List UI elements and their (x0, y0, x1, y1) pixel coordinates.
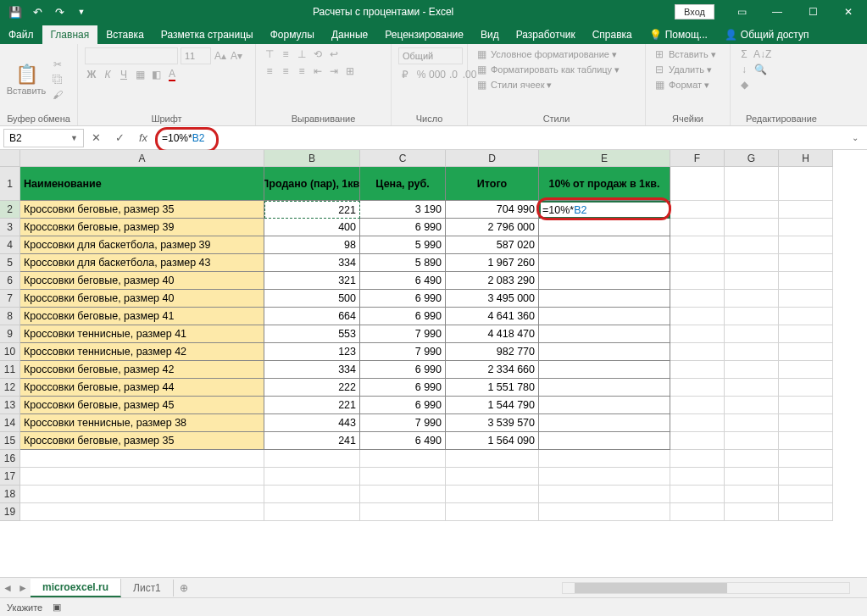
cancel-formula-icon[interactable]: ✕ (84, 129, 108, 147)
cell-A14[interactable]: Кроссовки теннисные, размер 38 (20, 414, 264, 432)
cell-D12[interactable]: 1 551 780 (446, 379, 539, 397)
orientation-icon[interactable]: ⟲ (311, 47, 325, 61)
tab-insert[interactable]: Вставка (97, 25, 153, 44)
cell-H7[interactable] (779, 290, 833, 308)
italic-icon[interactable]: К (101, 68, 114, 81)
cell-B13[interactable]: 221 (264, 397, 360, 414)
cell-C10[interactable]: 7 990 (360, 343, 446, 361)
border-icon[interactable]: ▦ (133, 68, 147, 81)
format-table-button[interactable]: ▦Форматировать как таблицу ▾ (475, 63, 638, 76)
cell-H3[interactable] (779, 219, 833, 236)
cell-G19[interactable] (725, 503, 779, 521)
cell-E14[interactable] (539, 414, 670, 432)
formula-input[interactable]: =10%*B2 (155, 132, 843, 144)
cell-F12[interactable] (670, 379, 725, 397)
cell-D11[interactable]: 2 334 660 (446, 361, 539, 379)
cell-E1[interactable]: 10% от продаж в 1кв. (539, 167, 670, 201)
currency-icon[interactable]: ₽ (398, 68, 412, 81)
cell-B5[interactable]: 334 (264, 254, 360, 272)
row-header-14[interactable]: 14 (0, 414, 20, 432)
font-color-icon[interactable]: A (165, 68, 179, 81)
undo-icon[interactable]: ↶ (27, 2, 47, 22)
cell-F9[interactable] (670, 325, 725, 343)
horizontal-scrollbar[interactable] (194, 582, 867, 594)
select-all-corner[interactable] (0, 150, 20, 167)
cell-H18[interactable] (779, 486, 833, 503)
cell-C17[interactable] (360, 468, 446, 486)
cell-G15[interactable] (725, 432, 779, 450)
sheet-tab-1[interactable]: microexcel.ru (31, 579, 121, 597)
cell-D13[interactable]: 1 544 790 (446, 397, 539, 414)
row-header-15[interactable]: 15 (0, 432, 20, 450)
row-header-11[interactable]: 11 (0, 361, 20, 379)
cell-F17[interactable] (670, 468, 725, 486)
cell-H5[interactable] (779, 254, 833, 272)
cell-C6[interactable]: 6 490 (360, 272, 446, 290)
cell-E10[interactable] (539, 343, 670, 361)
align-left-icon[interactable]: ≡ (263, 64, 276, 78)
cut-icon[interactable]: ✂ (51, 58, 64, 71)
ribbon-options-icon[interactable]: ▭ (725, 0, 759, 24)
col-header-H[interactable]: H (779, 150, 833, 167)
cell-F15[interactable] (670, 432, 725, 450)
conditional-format-button[interactable]: ▦Условное форматирование ▾ (475, 47, 638, 61)
row-header-7[interactable]: 7 (0, 290, 20, 308)
close-icon[interactable]: ✕ (831, 0, 865, 24)
row-header-19[interactable]: 19 (0, 503, 20, 521)
col-header-E[interactable]: E (539, 150, 670, 167)
cell-G7[interactable] (725, 290, 779, 308)
cell-B11[interactable]: 334 (264, 361, 360, 379)
indent-increase-icon[interactable]: ⇥ (327, 64, 341, 78)
increase-font-icon[interactable]: A▴ (214, 49, 227, 63)
cell-G12[interactable] (725, 379, 779, 397)
row-header-13[interactable]: 13 (0, 397, 20, 414)
cell-F3[interactable] (670, 219, 725, 236)
cell-B14[interactable]: 443 (264, 414, 360, 432)
cell-E19[interactable] (539, 503, 670, 521)
login-button[interactable]: Вход (675, 4, 714, 19)
cell-F13[interactable] (670, 397, 725, 414)
minimize-icon[interactable]: — (760, 0, 794, 24)
cell-F19[interactable] (670, 503, 725, 521)
cell-D3[interactable]: 2 796 000 (446, 219, 539, 236)
cell-A10[interactable]: Кроссовки теннисные, размер 42 (20, 343, 264, 361)
qat-customize-icon[interactable]: ▼ (71, 2, 92, 22)
cell-C19[interactable] (360, 503, 446, 521)
cell-A2[interactable]: Кроссовки беговые, размер 35 (20, 201, 264, 219)
cell-D19[interactable] (446, 503, 539, 521)
cell-H2[interactable] (779, 201, 833, 219)
row-header-6[interactable]: 6 (0, 272, 20, 290)
cell-E15[interactable] (539, 432, 670, 450)
cell-D18[interactable] (446, 486, 539, 503)
cell-C5[interactable]: 5 890 (360, 254, 446, 272)
macro-record-icon[interactable]: ▣ (53, 602, 61, 613)
cell-A17[interactable] (20, 468, 264, 486)
sheet-nav-prev-icon[interactable]: ◄ (0, 582, 15, 594)
row-header-4[interactable]: 4 (0, 236, 20, 254)
cell-E5[interactable] (539, 254, 670, 272)
cell-G10[interactable] (725, 343, 779, 361)
col-header-A[interactable]: A (20, 150, 264, 167)
cell-styles-button[interactable]: ▦Стили ячеек ▾ (475, 78, 638, 92)
fill-icon[interactable]: ↓ (737, 63, 751, 76)
cell-A18[interactable] (20, 486, 264, 503)
cell-H10[interactable] (779, 343, 833, 361)
cell-G4[interactable] (725, 236, 779, 254)
tab-home[interactable]: Главная (42, 25, 98, 44)
merge-icon[interactable]: ⊞ (343, 64, 357, 78)
cell-F11[interactable] (670, 361, 725, 379)
cell-E16[interactable] (539, 450, 670, 468)
cell-C7[interactable]: 6 990 (360, 290, 446, 308)
cell-C3[interactable]: 6 990 (360, 219, 446, 236)
cell-F6[interactable] (670, 272, 725, 290)
cell-D9[interactable]: 4 418 470 (446, 325, 539, 343)
cell-H9[interactable] (779, 325, 833, 343)
cell-H16[interactable] (779, 450, 833, 468)
tab-layout[interactable]: Разметка страницы (153, 25, 262, 44)
cell-B18[interactable] (264, 486, 360, 503)
expand-formula-icon[interactable]: ⌄ (843, 129, 867, 147)
cell-A12[interactable]: Кроссовки беговые, размер 44 (20, 379, 264, 397)
save-icon[interactable]: 💾 (5, 2, 25, 22)
cell-E17[interactable] (539, 468, 670, 486)
copy-icon[interactable]: ⿻ (51, 73, 64, 86)
